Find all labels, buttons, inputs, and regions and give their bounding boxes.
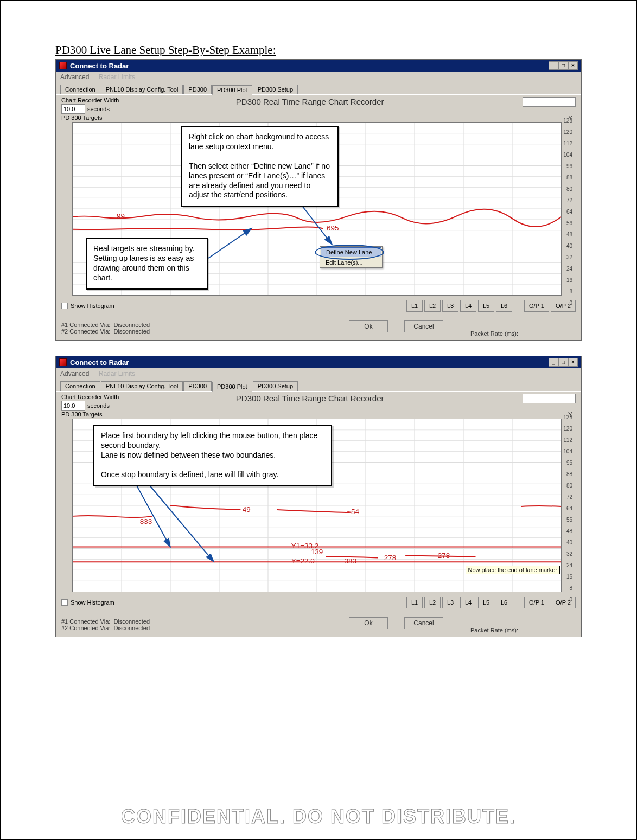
- titlebar[interactable]: Connect to Radar _ □ ×: [56, 356, 581, 368]
- maximize-icon[interactable]: □: [558, 61, 568, 70]
- lane-button[interactable]: L6: [496, 597, 512, 608]
- tab-pnl10[interactable]: PNL10 Display Config. Tool: [101, 381, 183, 391]
- recorder-width-input[interactable]: [61, 104, 85, 114]
- lane-button[interactable]: L1: [406, 597, 423, 608]
- svg-line-62: [143, 478, 214, 562]
- lane-button[interactable]: L3: [442, 597, 458, 608]
- checkbox-icon[interactable]: [61, 599, 68, 606]
- titlebar[interactable]: Connect to Radar _ □ ×: [56, 60, 581, 72]
- ytick: 0: [559, 597, 572, 602]
- tab-pd300[interactable]: PD300: [183, 381, 212, 391]
- recorder-width-input[interactable]: [61, 401, 85, 411]
- conn1-status: Disconnected: [113, 618, 150, 625]
- chart-title: PD300 Real Time Range Chart Recorder: [100, 97, 519, 106]
- conn1-label: #1 Connected Via:: [61, 322, 110, 328]
- lane-button[interactable]: L1: [406, 300, 423, 312]
- callout-bottom: Real targets are streaming by. Setting u…: [86, 238, 208, 290]
- maximize-icon[interactable]: □: [558, 358, 568, 367]
- callout-top: Right click on chart background to acces…: [181, 126, 339, 207]
- conn2-status: Disconnected: [113, 625, 150, 631]
- ok-button[interactable]: Ok: [349, 617, 388, 629]
- conn1-status: Disconnected: [113, 322, 150, 328]
- conn2-label: #2 Connected Via:: [61, 625, 110, 631]
- tab-pd300-plot[interactable]: PD300 Plot: [212, 85, 252, 95]
- lane-button[interactable]: L4: [460, 300, 476, 312]
- app-window-2: Connect to Radar _ □ × Advanced Radar Li…: [55, 356, 582, 637]
- chart-area[interactable]: 99 695 Right click on chart background t…: [72, 122, 562, 296]
- lane-button[interactable]: L2: [424, 597, 441, 608]
- document-page: PD300 Live Lane Setup Step-By-Step Examp…: [0, 0, 637, 840]
- legend-box: [523, 97, 576, 107]
- cancel-button[interactable]: Cancel: [404, 320, 443, 332]
- conn1-label: #1 Connected Via:: [61, 618, 110, 625]
- tab-pd300[interactable]: PD300: [183, 85, 212, 94]
- minimize-icon[interactable]: _: [549, 61, 558, 70]
- packet-rate-label: Packet Rate (ms):: [470, 627, 518, 633]
- close-icon[interactable]: ×: [568, 358, 578, 367]
- chart-area[interactable]: 833 49 54 278 Y1=33.2 139 Y=22.0 383 278…: [72, 419, 562, 592]
- app-window-1: Connect to Radar _ □ × Advanced Radar Li…: [55, 59, 582, 341]
- callout-boundaries: Place first boundary by left clicking th…: [93, 425, 332, 486]
- lane-buttons: L1 L2 L3 L4 L5 L6: [406, 300, 512, 312]
- menu-advanced[interactable]: Advanced: [60, 370, 89, 377]
- lane-button[interactable]: L6: [496, 300, 512, 312]
- tab-pd300-plot[interactable]: PD300 Plot: [212, 382, 252, 392]
- window-title: Connect to Radar: [70, 358, 129, 367]
- window-title: Connect to Radar: [70, 62, 129, 70]
- menu-radar-limits: Radar Limits: [99, 73, 135, 81]
- lane-button[interactable]: L5: [478, 300, 494, 312]
- conn2-status: Disconnected: [113, 328, 150, 335]
- tab-connection[interactable]: Connection: [60, 85, 100, 94]
- svg-line-24: [301, 204, 332, 245]
- menubar: Advanced Radar Limits: [56, 72, 581, 82]
- targets-label: PD 300 Targets: [61, 114, 119, 121]
- op-button[interactable]: O/P 1: [524, 597, 549, 608]
- checkbox-icon[interactable]: [61, 303, 68, 309]
- menu-advanced[interactable]: Advanced: [60, 73, 89, 81]
- tab-pd300-setup[interactable]: PD300 Setup: [253, 381, 298, 391]
- confidential-watermark: CONFIDENTIAL. DO NOT DISTRIBUTE.: [1, 805, 636, 828]
- close-icon[interactable]: ×: [568, 61, 578, 70]
- packet-rate-label: Packet Rate (ms):: [470, 330, 518, 337]
- app-icon: [59, 358, 67, 366]
- tab-pd300-setup[interactable]: PD300 Setup: [253, 85, 298, 94]
- seconds-label: seconds: [87, 106, 110, 112]
- show-histogram-label: Show Histogram: [71, 303, 114, 309]
- tab-content: Chart Recorder Width seconds PD 300 Targ…: [56, 392, 581, 637]
- seconds-label: seconds: [87, 402, 110, 409]
- tabstrip: Connection PNL10 Display Config. Tool PD…: [56, 82, 581, 95]
- legend-box: [523, 394, 576, 403]
- tab-connection[interactable]: Connection: [60, 381, 100, 391]
- minimize-icon[interactable]: _: [549, 358, 558, 367]
- chart-title: PD300 Real Time Range Chart Recorder: [100, 394, 519, 403]
- app-icon: [59, 62, 67, 69]
- tab-pnl10[interactable]: PNL10 Display Config. Tool: [101, 85, 183, 94]
- lane-button[interactable]: L5: [478, 597, 494, 608]
- ytick: 0: [559, 300, 572, 306]
- tab-content: Chart Recorder Width seconds PD 300 Targ…: [56, 95, 581, 340]
- targets-label: PD 300 Targets: [61, 411, 119, 418]
- cancel-button[interactable]: Cancel: [404, 617, 443, 629]
- lane-button[interactable]: L4: [460, 597, 476, 608]
- lane-button[interactable]: L2: [424, 300, 441, 312]
- svg-line-25: [208, 228, 252, 258]
- lane-buttons: L1 L2 L3 L4 L5 L6: [406, 597, 512, 608]
- lane-button[interactable]: L3: [442, 300, 458, 312]
- show-histogram-checkbox[interactable]: Show Histogram: [61, 599, 114, 606]
- ok-button[interactable]: Ok: [349, 320, 388, 332]
- menubar: Advanced Radar Limits: [56, 368, 581, 379]
- page-title: PD300 Live Lane Setup Step-By-Step Examp…: [55, 43, 582, 57]
- show-histogram-label: Show Histogram: [71, 599, 114, 606]
- op-button[interactable]: O/P 1: [524, 300, 549, 312]
- tabstrip: Connection PNL10 Display Config. Tool PD…: [56, 379, 581, 392]
- conn2-label: #2 Connected Via:: [61, 328, 110, 335]
- menu-radar-limits: Radar Limits: [99, 370, 135, 377]
- show-histogram-checkbox[interactable]: Show Histogram: [61, 303, 114, 309]
